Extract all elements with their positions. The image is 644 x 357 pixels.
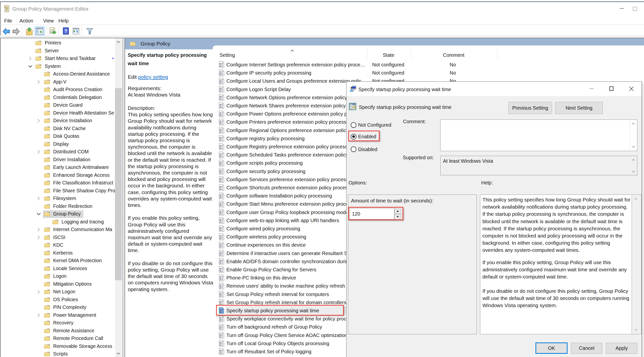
svg-text:?: ? [64,28,68,34]
